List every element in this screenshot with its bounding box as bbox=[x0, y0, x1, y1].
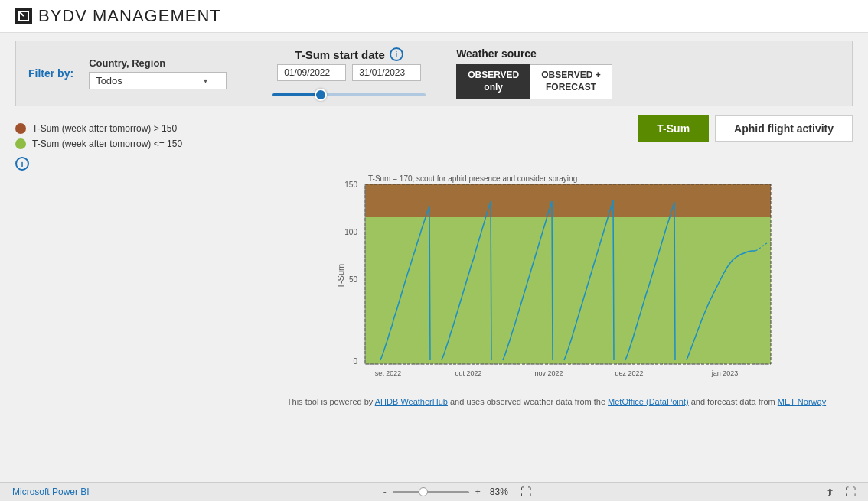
observed-only-button[interactable]: OBSERVEDonly bbox=[456, 64, 530, 99]
logo-subtitle: MANAGEMENT bbox=[87, 6, 221, 25]
footer: Microsoft Power BI - + 83% ⛶ ⮭ ⛶ bbox=[0, 482, 868, 501]
svg-text:jan 2023: jan 2023 bbox=[711, 369, 739, 377]
observed-forecast-button[interactable]: OBSERVED +FORECAST bbox=[530, 64, 612, 99]
ahdb-link[interactable]: AHDB WeatherHub bbox=[375, 397, 448, 406]
tsum-label: T-Sum start date i bbox=[295, 47, 403, 61]
tsum-tab-button[interactable]: T-Sum bbox=[638, 115, 709, 142]
tsum-slider-container bbox=[272, 86, 426, 99]
zoom-control: - + 83% ⛶ bbox=[383, 486, 531, 498]
tsum-label-text: T-Sum start date bbox=[295, 48, 385, 61]
legend-item-1: T-Sum (week after tomorrow) > 150 bbox=[15, 123, 260, 134]
date-end-input[interactable]: 31/01/2023 bbox=[352, 64, 421, 81]
select-arrow-icon: ▾ bbox=[204, 76, 207, 85]
svg-text:set 2022: set 2022 bbox=[375, 369, 402, 377]
metoffice-link[interactable]: MetOffice (DataPoint) bbox=[608, 397, 689, 406]
observed-forecast-label: OBSERVED +FORECAST bbox=[541, 70, 600, 93]
svg-text:0: 0 bbox=[353, 357, 357, 366]
powered-text: This tool is powered by AHDB WeatherHub … bbox=[260, 397, 853, 406]
zoom-value: 83% bbox=[490, 486, 508, 497]
chart-area: T-Sum = 170, scout for aphid presence an… bbox=[260, 146, 853, 474]
legend-dot-green bbox=[15, 138, 26, 149]
svg-text:150: 150 bbox=[344, 181, 357, 189]
tsum-slider[interactable] bbox=[272, 93, 426, 96]
zoom-plus-icon[interactable]: + bbox=[475, 486, 481, 497]
svg-text:nov 2022: nov 2022 bbox=[534, 369, 563, 377]
legend-label-2: T-Sum (week after tomorrow) <= 150 bbox=[32, 138, 182, 149]
metnorway-link[interactable]: MET Norway bbox=[778, 397, 826, 406]
filter-by-label: Filter by: bbox=[28, 67, 73, 80]
legend-info-icon[interactable]: i bbox=[15, 157, 29, 171]
legend-item-2: T-Sum (week after tomorrow) <= 150 bbox=[15, 138, 260, 149]
country-value: Todos bbox=[96, 75, 122, 86]
chart-svg: T-Sum = 170, scout for aphid presence an… bbox=[260, 146, 853, 391]
aphid-tab-button[interactable]: Aphid flight activity bbox=[715, 115, 853, 142]
powered-last: and forecast data from bbox=[689, 397, 778, 406]
logo-icon bbox=[15, 8, 32, 24]
tab-buttons-row: T-Sum Aphid flight activity bbox=[260, 115, 853, 142]
threshold-label: T-Sum = 170, scout for aphid presence an… bbox=[368, 174, 577, 183]
svg-text:50: 50 bbox=[349, 275, 358, 284]
svg-text:100: 100 bbox=[344, 228, 357, 236]
zoom-slider[interactable] bbox=[393, 491, 469, 493]
country-select[interactable]: Todos ▾ bbox=[89, 72, 227, 89]
svg-text:T-Sum: T-Sum bbox=[336, 264, 345, 288]
chart-wrapper: T-Sum Aphid flight activity T-Sum = 170,… bbox=[260, 115, 853, 474]
header: BYDV MANAGEMENT bbox=[0, 0, 868, 33]
legend-dot-brown bbox=[15, 123, 26, 134]
chart-legend: T-Sum (week after tomorrow) > 150 T-Sum … bbox=[15, 115, 260, 474]
svg-rect-3 bbox=[365, 184, 771, 217]
tsum-section: T-Sum start date i 01/09/2022 31/01/2023 bbox=[272, 47, 426, 99]
legend-label-1: T-Sum (week after tomorrow) > 150 bbox=[32, 123, 177, 134]
footer-right-icons: ⮭ ⛶ bbox=[825, 486, 856, 498]
fit-to-screen-icon[interactable]: ⛶ bbox=[520, 486, 531, 498]
filter-bar: Filter by: Country, Region Todos ▾ T-Sum… bbox=[15, 41, 853, 106]
weather-buttons: OBSERVEDonly OBSERVED +FORECAST bbox=[456, 64, 612, 99]
main-content: Filter by: Country, Region Todos ▾ T-Sum… bbox=[0, 33, 868, 482]
date-start-input[interactable]: 01/09/2022 bbox=[277, 64, 346, 81]
tsum-info-icon[interactable]: i bbox=[390, 47, 403, 61]
svg-text:dez 2022: dez 2022 bbox=[615, 369, 643, 377]
logo-brand: BYDV bbox=[38, 6, 87, 25]
chart-section: T-Sum (week after tomorrow) > 150 T-Sum … bbox=[15, 115, 853, 474]
date-inputs: 01/09/2022 31/01/2023 bbox=[277, 64, 421, 81]
weather-source-section: Weather source OBSERVEDonly OBSERVED +FO… bbox=[456, 47, 612, 99]
logo-text: BYDV MANAGEMENT bbox=[38, 6, 221, 26]
svg-text:out 2022: out 2022 bbox=[455, 369, 481, 377]
weather-source-label: Weather source bbox=[456, 47, 612, 60]
country-region-group: Country, Region Todos ▾ bbox=[89, 57, 227, 89]
powered-middle: and uses observed weather data from the bbox=[448, 397, 608, 406]
power-bi-link[interactable]: Microsoft Power BI bbox=[12, 486, 90, 497]
observed-only-label: OBSERVEDonly bbox=[468, 70, 519, 93]
country-region-label: Country, Region bbox=[89, 57, 165, 69]
zoom-minus-icon[interactable]: - bbox=[383, 486, 387, 497]
fullscreen-icon[interactable]: ⛶ bbox=[845, 486, 856, 498]
share-icon[interactable]: ⮭ bbox=[825, 486, 836, 498]
powered-prefix: This tool is powered by bbox=[287, 397, 375, 406]
